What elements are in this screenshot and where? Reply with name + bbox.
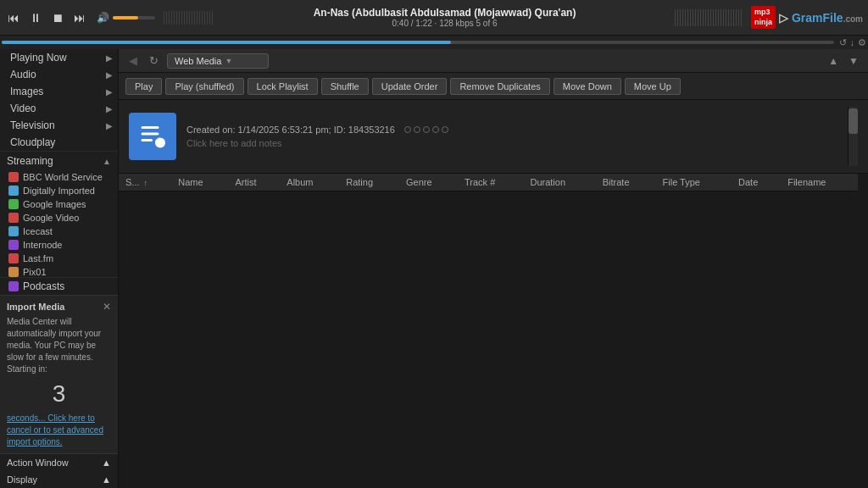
streaming-item-icecast[interactable]: Icecast — [0, 225, 118, 238]
play-button[interactable]: Play — [125, 78, 162, 95]
move-up-button[interactable]: Move Up — [625, 78, 681, 95]
remove-duplicates-button[interactable]: Remove Duplicates — [450, 78, 549, 95]
table-area[interactable]: S... ↑ Name Artist Album Rating Genre Tr… — [119, 174, 868, 488]
playlist-meta: Created on: 1/14/2025 6:53:21 pm; ID: 18… — [186, 125, 837, 135]
col-genre[interactable]: Genre — [399, 174, 458, 191]
streaming-item-internode[interactable]: Internode — [0, 238, 118, 252]
collapse-arrow-icon: ▲ — [103, 157, 111, 166]
display-collapse-icon: ▲ — [102, 474, 111, 485]
import-close-button[interactable]: ✕ — [103, 301, 111, 313]
streaming-label-gimages: Google Images — [23, 199, 86, 209]
download-icon[interactable]: ↓ — [850, 37, 855, 48]
col-status[interactable]: S... ↑ — [119, 174, 171, 191]
skip-forward-button[interactable]: ⏭ — [71, 10, 88, 25]
svg-rect-2 — [142, 139, 153, 141]
display-section[interactable]: Display ▲ — [0, 471, 118, 488]
streaming-label: Streaming — [7, 155, 53, 167]
streaming-icon-di — [8, 186, 19, 196]
settings-icon[interactable]: ⚙ — [858, 37, 866, 48]
import-countdown: 3 — [7, 380, 111, 408]
streaming-item-pix01[interactable]: Pix01 — [0, 265, 118, 277]
play-shuffled-button[interactable]: Play (shuffled) — [165, 78, 243, 95]
svg-rect-1 — [142, 133, 159, 136]
col-name[interactable]: Name — [171, 174, 228, 191]
import-text: Media Center will automatically import y… — [7, 316, 111, 375]
created-on-text: Created on: 1/14/2025 6:53:21 pm; ID: 18… — [186, 125, 395, 135]
sidebar-item-images[interactable]: Images ▶ — [0, 83, 118, 100]
add-notes-link[interactable]: Click here to add notes — [186, 138, 837, 148]
back-button[interactable]: ◀ — [125, 53, 141, 69]
import-cancel-link[interactable]: seconds... Click here to cancel or to se… — [7, 413, 111, 448]
transport-controls: ⏮ ⏸ ⏹ ⏭ — [5, 10, 88, 25]
podcasts-icon — [8, 281, 19, 291]
move-down-button[interactable]: Move Down — [554, 78, 621, 95]
col-filetype[interactable]: File Type — [656, 174, 732, 191]
sidebar-item-playing-now[interactable]: Playing Now ▶ — [0, 49, 118, 66]
streaming-section-label[interactable]: Streaming ▲ — [0, 152, 118, 170]
volume-area: 🔊 — [97, 12, 155, 24]
view-up-button[interactable]: ▲ — [826, 54, 841, 68]
streaming-item-bbc[interactable]: BBC World Service — [0, 170, 118, 184]
rating-dot-1 — [404, 126, 411, 133]
col-bitrate[interactable]: Bitrate — [596, 174, 656, 191]
view-down-button[interactable]: ▼ — [846, 54, 861, 68]
pause-button[interactable]: ⏸ — [27, 10, 44, 25]
streaming-icon-internode — [8, 240, 19, 250]
skip-back-button[interactable]: ⏮ — [5, 10, 22, 25]
playlist-info: Created on: 1/14/2025 6:53:21 pm; ID: 18… — [119, 100, 868, 174]
streaming-label-pix01: Pix01 — [23, 267, 47, 277]
col-rating[interactable]: Rating — [339, 174, 399, 191]
progress-bar[interactable] — [2, 41, 834, 44]
col-duration[interactable]: Duration — [523, 174, 595, 191]
update-order-button[interactable]: Update Order — [372, 78, 448, 95]
rating-dot-2 — [414, 126, 420, 133]
col-album[interactable]: Album — [280, 174, 339, 191]
sidebar: Playing Now ▶ Audio ▶ Images ▶ Video ▶ T… — [0, 49, 119, 488]
col-date[interactable]: Date — [732, 174, 781, 191]
playlist-scrollbar[interactable] — [848, 107, 858, 166]
stop-button[interactable]: ⏹ — [49, 10, 66, 25]
sidebar-item-television[interactable]: Television ▶ — [0, 117, 118, 134]
volume-bar[interactable] — [113, 16, 155, 19]
streaming-icon-gvideo — [8, 213, 19, 223]
sidebar-item-podcasts[interactable]: Podcasts — [0, 277, 118, 295]
playlist-icon — [137, 121, 168, 152]
repeat-icon[interactable]: ↺ — [839, 37, 847, 48]
sidebar-item-video[interactable]: Video ▶ — [0, 100, 118, 117]
rating-dot-3 — [423, 126, 430, 133]
col-filename[interactable]: Filename — [781, 174, 858, 191]
progress-area[interactable]: ↺ ↓ ⚙ — [0, 36, 868, 49]
progress-fill — [2, 41, 451, 44]
refresh-button[interactable]: ↻ — [146, 53, 162, 69]
streaming-icon-icecast — [8, 226, 19, 236]
arrow-icon: ▶ — [106, 121, 113, 130]
location-text: Web Media — [175, 56, 221, 66]
col-track[interactable]: Track # — [458, 174, 523, 191]
action-window-section[interactable]: Action Window ▲ — [0, 454, 118, 471]
playlist-details: Created on: 1/14/2025 6:53:21 pm; ID: 18… — [186, 125, 837, 148]
shuffle-button[interactable]: Shuffle — [321, 78, 369, 95]
streaming-item-lastfm[interactable]: Last.fm — [0, 252, 118, 265]
arrow-icon: ▶ — [106, 70, 113, 80]
streaming-item-gvideo[interactable]: Google Video — [0, 211, 118, 225]
lock-playlist-button[interactable]: Lock Playlist — [248, 78, 318, 95]
rating-dots — [404, 126, 448, 133]
sidebar-item-cloudplay[interactable]: Cloudplay — [0, 134, 118, 151]
volume-icon: 🔊 — [97, 12, 109, 24]
location-bar[interactable]: Web Media ▼ — [167, 53, 269, 69]
col-artist[interactable]: Artist — [228, 174, 280, 191]
streaming-icon-bbc — [8, 172, 19, 182]
arrow-icon: ▶ — [106, 87, 113, 97]
scrollbar-thumb — [849, 108, 858, 134]
streaming-items-list: BBC World Service Digitally Imported Goo… — [0, 170, 118, 277]
streaming-label-di: Digitally Imported — [23, 186, 95, 196]
playlist-icon-box — [129, 113, 176, 160]
streaming-item-di[interactable]: Digitally Imported — [0, 184, 118, 197]
track-meta: 0:40 / 1:22 · 128 kbps 5 of 6 — [214, 19, 675, 28]
sidebar-item-audio[interactable]: Audio ▶ — [0, 66, 118, 83]
tracks-table: S... ↑ Name Artist Album Rating Genre Tr… — [119, 174, 858, 191]
rating-dot-5 — [442, 126, 448, 133]
streaming-item-gimages[interactable]: Google Images — [0, 197, 118, 211]
streaming-icon-gimages — [8, 199, 19, 209]
progress-icons: ↺ ↓ ⚙ — [839, 37, 867, 48]
